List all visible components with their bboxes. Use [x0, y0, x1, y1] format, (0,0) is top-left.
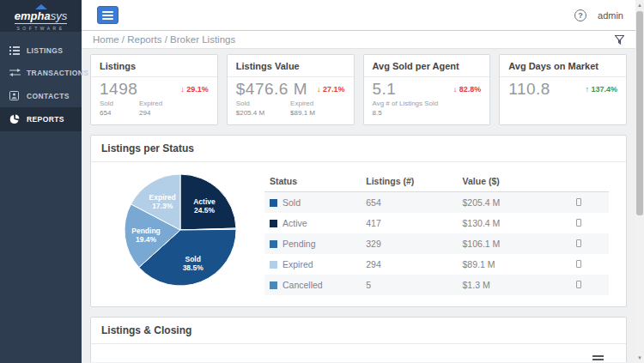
listings-and-closing-panel: Listings & Closing 40M 160: [90, 317, 627, 362]
pie-slice-label: Sold38.5%: [183, 254, 204, 271]
panel-title: Listings & Closing: [91, 318, 626, 344]
main-area: admin Home / Reports / Broker Listings L…: [82, 0, 635, 363]
card-title: Avg Days on Market: [500, 55, 626, 77]
trend-down-icon: ↓: [317, 85, 321, 94]
vertical-scrollbar[interactable]: ▲ ▼: [635, 0, 644, 363]
sidebar: emphasys SOFTWARE LISTINGS TRANSACTIONS …: [0, 0, 82, 363]
row-detail-icon[interactable]: [576, 281, 581, 288]
col-header-status: Status: [264, 172, 361, 192]
stat-card-avg-days-on-market: Avg Days on Market 110.8 ↑ 137.4%: [499, 54, 627, 125]
status-color-swatch: [270, 240, 277, 248]
chart-export-menu-icon[interactable]: [592, 355, 604, 362]
sidebar-item-reports[interactable]: REPORTS: [0, 107, 82, 131]
col-header-actions: [571, 172, 609, 192]
card-title: Listings: [91, 55, 217, 77]
row-detail-icon[interactable]: [576, 260, 581, 268]
status-table-body: Sold654$205.4 MActive417$130.4 MPending3…: [264, 191, 609, 295]
card-substat: Avg # of Listings Sold8.5: [373, 100, 439, 118]
cell-action: [571, 275, 609, 295]
scrollbar-thumb[interactable]: [636, 11, 643, 215]
col-header-value: Value ($): [458, 172, 571, 192]
cell-value: $130.4 M: [458, 213, 571, 233]
help-icon[interactable]: [574, 9, 586, 21]
table-row: Sold654$205.4 M: [264, 191, 609, 213]
card-value: $476.6 M: [236, 80, 307, 99]
stat-card-listings-value: Listings Value $476.6 M ↓ 27.1% Sold$205…: [227, 54, 355, 125]
cell-status: Pending: [264, 233, 361, 254]
sidebar-item-label: CONTACTS: [27, 92, 70, 100]
card-value: 1498: [100, 80, 137, 99]
card-substat: Expired294: [139, 100, 162, 118]
card-value: 5.1: [373, 80, 397, 99]
row-detail-icon[interactable]: [576, 239, 581, 247]
status-table: Status Listings (#) Value ($) Sold654$20…: [264, 172, 609, 295]
filter-icon[interactable]: [615, 35, 624, 45]
pie-slice-label: Pending19.4%: [131, 227, 161, 244]
logo-subtitle: SOFTWARE: [16, 26, 64, 31]
cell-action: [571, 213, 609, 233]
cell-action: [571, 191, 609, 213]
card-delta: ↓ 29.1%: [180, 85, 209, 94]
cell-listings: 654: [361, 191, 457, 213]
status-pie: Active24.5%Sold38.5%Pending19.4%Expired1…: [122, 172, 239, 288]
card-delta: ↑ 137.4%: [585, 85, 617, 94]
cell-status: Sold: [264, 191, 361, 213]
menu-toggle-button[interactable]: [97, 6, 118, 24]
table-header-row: Status Listings (#) Value ($): [264, 172, 609, 192]
pie-slice-label: Active24.5%: [193, 197, 216, 215]
page-content: Listings 1498 ↓ 29.1% Sold654 Expired294…: [82, 49, 635, 362]
table-row: Cancelled5$1.3 M: [264, 275, 609, 295]
sidebar-item-label: TRANSACTIONS: [27, 69, 88, 77]
cell-value: $205.4 M: [458, 191, 571, 213]
pie-slice-label: Expired17.3%: [149, 192, 176, 209]
sidebar-item-contacts[interactable]: CONTACTS: [0, 84, 82, 107]
card-substat: Sold654: [100, 100, 113, 118]
status-color-swatch: [270, 220, 277, 227]
contact-card-icon: [9, 91, 21, 100]
topbar: admin: [82, 0, 635, 31]
stat-card-listings: Listings 1498 ↓ 29.1% Sold654 Expired294: [90, 54, 218, 125]
table-row: Active417$130.4 M: [264, 213, 609, 233]
row-detail-icon[interactable]: [576, 198, 581, 206]
breadcrumb[interactable]: Home / Reports / Broker Listings: [93, 34, 235, 45]
card-value: 110.8: [508, 80, 550, 99]
scrollbar-down-icon[interactable]: ▼: [635, 354, 644, 362]
card-delta: ↓ 82.8%: [453, 85, 482, 94]
app-logo: emphasys SOFTWARE: [0, 0, 82, 32]
sidebar-item-transactions[interactable]: TRANSACTIONS: [0, 62, 82, 84]
card-delta: ↓ 27.1%: [317, 85, 345, 94]
trend-down-icon: ↓: [180, 85, 185, 94]
cell-listings: 417: [361, 213, 457, 233]
scrollbar-up-icon[interactable]: ▲: [635, 1, 644, 9]
trend-down-icon: ↓: [453, 85, 458, 94]
status-color-swatch: [270, 281, 277, 289]
cell-listings: 329: [361, 233, 457, 254]
stat-card-avg-sold-per-agent: Avg Sold per Agent 5.1 ↓ 82.8% Avg # of …: [363, 54, 491, 125]
row-detail-icon[interactable]: [576, 219, 581, 227]
card-substat: Expired$89.1 M: [290, 100, 315, 118]
cell-listings: 294: [361, 254, 457, 275]
logo-text-light: sys: [51, 9, 68, 22]
list-icon: [9, 46, 21, 55]
table-row: Expired294$89.1 M: [264, 254, 609, 275]
sidebar-item-label: LISTINGS: [27, 46, 63, 55]
pie-chart-icon: [9, 114, 21, 124]
stat-cards-row: Listings 1498 ↓ 29.1% Sold654 Expired294…: [90, 54, 627, 125]
logo-text: emphasys: [15, 10, 67, 24]
card-title: Listings Value: [228, 55, 354, 77]
cell-status: Cancelled: [264, 275, 361, 295]
user-menu[interactable]: admin: [598, 10, 623, 21]
trend-up-icon: ↑: [585, 85, 589, 94]
transfer-icon: [9, 69, 21, 77]
cell-action: [571, 233, 609, 254]
cell-listings: 5: [361, 275, 457, 295]
sidebar-item-listings[interactable]: LISTINGS: [0, 39, 82, 62]
closing-chart-area: 40M 160: [91, 344, 626, 362]
card-substat: Sold$205.4 M: [236, 100, 264, 118]
cell-value: $106.1 M: [458, 233, 571, 254]
status-pie-chart: Active24.5%Sold38.5%Pending19.4%Expired1…: [122, 172, 242, 295]
cell-value: $1.3 M: [458, 275, 571, 295]
logo-text-bold: empha: [15, 9, 51, 22]
breadcrumb-bar: Home / Reports / Broker Listings: [82, 31, 635, 49]
cell-status: Expired: [264, 254, 361, 275]
